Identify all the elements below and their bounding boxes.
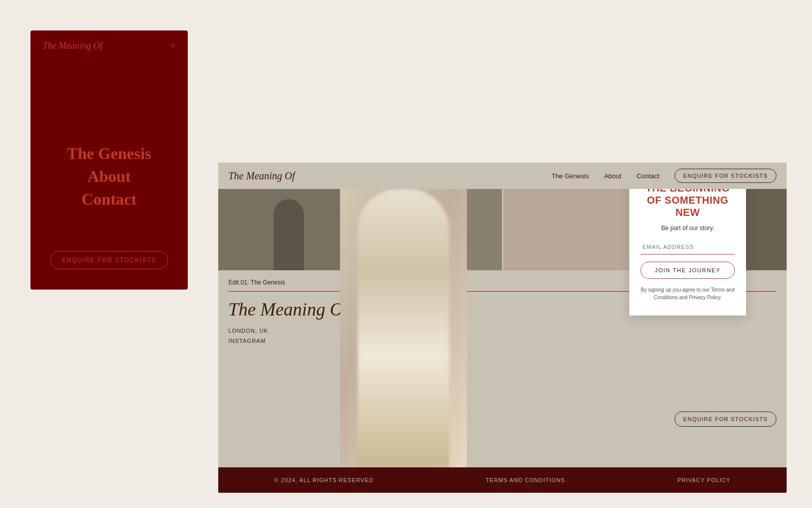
terms-link[interactable]: TERMS AND CONDITIONS [486, 477, 565, 483]
nav-link-genesis[interactable]: The Genesis [552, 172, 589, 180]
mobile-nav-about[interactable]: About [87, 167, 130, 186]
desktop-navbar: The Meaning Of The Genesis About Contact… [218, 163, 787, 189]
blurred-figure [340, 189, 467, 467]
desktop-enquire-button[interactable]: ENQUIRE FOR STOCKISTS [674, 169, 776, 183]
mobile-header: The Meaning Of × [43, 41, 176, 51]
image-3 [503, 189, 645, 270]
mobile-enquire-button[interactable]: ENQUIRE FOR STOCKISTS [50, 251, 168, 269]
bottom-bar: © 2024, ALL RIGHTS RESERVED TERMS AND CO… [218, 467, 787, 493]
privacy-link[interactable]: PRIVACY POLICY [678, 477, 731, 483]
copyright-text: © 2024, ALL RIGHTS RESERVED [275, 477, 374, 483]
mobile-brand: The Meaning Of [43, 41, 103, 51]
desktop-nav-links: The Genesis About Contact ENQUIRE FOR ST… [552, 169, 776, 183]
popup-modal: × THE BEGINNING OF SOMETHING NEW Be part… [629, 168, 746, 315]
desktop-section: The Meaning Of The Genesis About Contact… [218, 163, 787, 493]
desktop-brand: The Meaning Of [228, 170, 295, 182]
mobile-nav-genesis[interactable]: The Genesis [67, 144, 151, 163]
footer-enquire-button[interactable]: ENQUIRE FOR STOCKISTS [674, 411, 776, 427]
footer-instagram[interactable]: INSTAGRAM [228, 336, 776, 346]
image-1 [218, 189, 359, 270]
mobile-nav: The Genesis About Contact [43, 144, 176, 209]
mobile-nav-contact[interactable]: Contact [82, 190, 137, 209]
join-journey-button[interactable]: JOIN THE JOURNEY [640, 262, 735, 279]
mobile-close-button[interactable]: × [171, 41, 176, 51]
popup-subtitle: Be part of our story. [640, 225, 735, 232]
nav-link-about[interactable]: About [604, 172, 621, 180]
figure-body [358, 189, 449, 467]
mobile-footer: ENQUIRE FOR STOCKISTS [43, 251, 176, 269]
email-input[interactable] [640, 240, 735, 255]
popup-legal-text: By signing up you agree to our Terms and… [640, 286, 735, 301]
nav-link-contact[interactable]: Contact [636, 172, 659, 180]
footer-location: LONDON, UK [228, 326, 776, 336]
mobile-panel: The Meaning Of × The Genesis About Conta… [30, 30, 188, 290]
